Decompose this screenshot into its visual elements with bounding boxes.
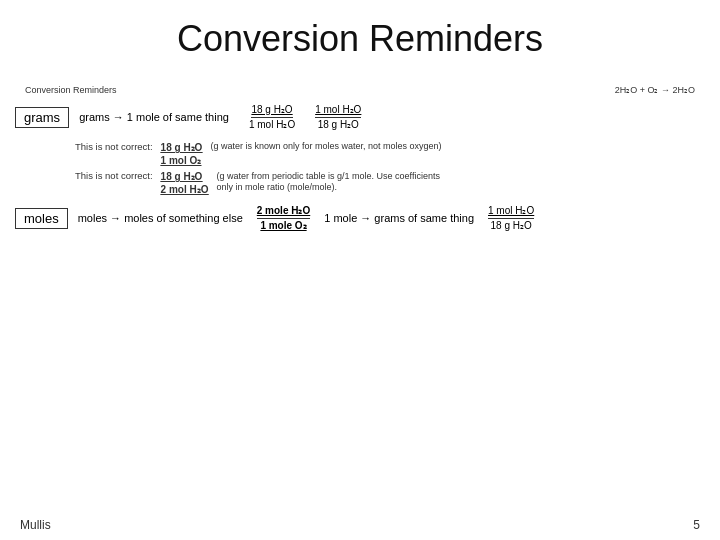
incorrect1-fraction: 18 g H₂O 1 mol O₂	[161, 141, 203, 167]
grams-fraction1-numerator: 18 g H₂O	[251, 103, 292, 118]
mini-header: Conversion Reminders 2H₂O + O₂ → 2H₂O	[15, 85, 705, 95]
slide-content: Conversion Reminders 2H₂O + O₂ → 2H₂O gr…	[15, 85, 705, 510]
grams-fraction1: 18 g H₂O 1 mol H₂O	[249, 103, 295, 131]
moles-label-box: moles	[15, 208, 68, 229]
moles-fraction1-numerator: 2 mole H₂O	[257, 204, 310, 219]
moles-main-content: moles → moles of something else 2 mole H…	[78, 204, 705, 232]
incorrect2-fraction: 18 g H₂O 2 mol H₂O	[161, 170, 209, 196]
incorrect-block-1: This is not correct: 18 g H₂O 1 mol O₂ (…	[75, 141, 705, 167]
incorrect-block-2: This is not correct: 18 g H₂O 2 mol H₂O …	[75, 170, 705, 196]
incorrect2-note2: only in mole ratio (mole/mole).	[217, 182, 338, 192]
incorrect1-denominator: 1 mol O₂	[161, 154, 203, 167]
incorrect2-label: This is not correct:	[75, 170, 153, 181]
grams-arrow-text: grams → 1 mole of same thing	[79, 111, 229, 123]
incorrect1-numerator: 18 g H₂O	[161, 141, 203, 154]
moles-fraction1: 2 mole H₂O 1 mole O₂	[257, 204, 310, 232]
moles-arrow2-text: 1 mole → grams of same thing	[324, 212, 474, 224]
footer-page-number: 5	[693, 518, 700, 532]
moles-arrow1-text: moles → moles of something else	[78, 212, 243, 224]
moles-fraction1-denominator: 1 mole O₂	[260, 219, 306, 232]
grams-fraction1-denominator: 1 mol H₂O	[249, 118, 295, 131]
page-title: Conversion Reminders	[0, 0, 720, 70]
incorrect2-numerator: 18 g H₂O	[161, 170, 209, 183]
incorrect2-notes: (g water from periodic table is g/1 mole…	[217, 170, 440, 192]
grams-fraction2-numerator: 1 mol H₂O	[315, 103, 361, 118]
moles-fraction2-numerator: 1 mol H₂O	[488, 204, 534, 219]
grams-section: grams grams → 1 mole of same thing 18 g …	[15, 99, 705, 135]
grams-fraction2: 1 mol H₂O 18 g H₂O	[315, 103, 361, 131]
footer: Mullis 5	[0, 518, 720, 532]
grams-fraction2-denominator: 18 g H₂O	[318, 118, 359, 131]
incorrect1-label: This is not correct:	[75, 141, 153, 152]
moles-fraction2-denominator: 18 g H₂O	[491, 219, 532, 232]
footer-author: Mullis	[20, 518, 51, 532]
moles-section: moles moles → moles of something else 2 …	[15, 200, 705, 236]
grams-label-box: grams	[15, 107, 69, 128]
moles-fraction2: 1 mol H₂O 18 g H₂O	[488, 204, 534, 232]
mini-header-left: Conversion Reminders	[25, 85, 117, 95]
grams-main-content: grams → 1 mole of same thing 18 g H₂O 1 …	[79, 103, 705, 131]
incorrect1-note: (g water is known only for moles water, …	[210, 141, 441, 151]
incorrect2-denominator: 2 mol H₂O	[161, 183, 209, 196]
incorrect2-note1: (g water from periodic table is g/1 mole…	[217, 171, 440, 181]
mini-header-right: 2H₂O + O₂ → 2H₂O	[615, 85, 695, 95]
